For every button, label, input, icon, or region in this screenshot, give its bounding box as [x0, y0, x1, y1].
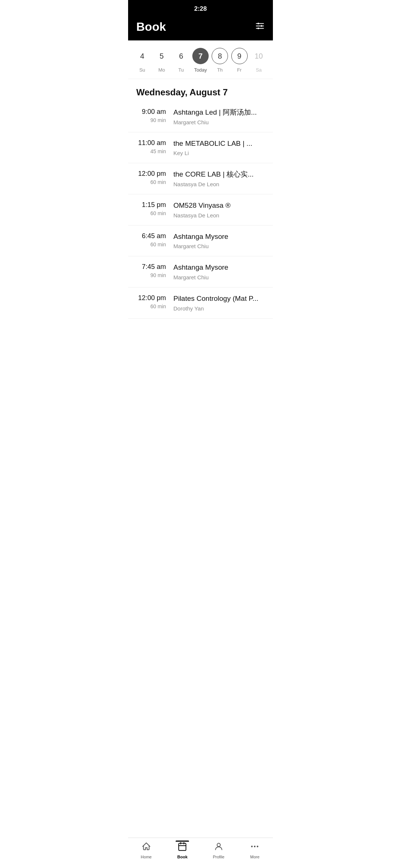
- class-duration: 90 min: [136, 117, 166, 123]
- header: Book: [128, 16, 273, 40]
- class-name: the CORE LAB | 核心实...: [173, 170, 265, 179]
- class-duration: 60 min: [136, 210, 166, 216]
- class-instructor: Nastasya De Leon: [173, 181, 265, 187]
- svg-point-4: [261, 25, 262, 26]
- page-title: Book: [136, 20, 166, 34]
- day-label-fr: Fr: [237, 67, 241, 73]
- calendar-day-fri[interactable]: 9 Fr: [231, 48, 248, 73]
- calendar-day-today[interactable]: 7 Today: [192, 48, 209, 73]
- class-name: Ashtanga Led | 阿斯汤加...: [173, 108, 265, 117]
- class-time-main: 1:15 pm: [136, 201, 166, 209]
- class-instructor: Key Li: [173, 150, 265, 156]
- day-number-7: 7: [192, 48, 209, 64]
- class-info: the METABOLIC LAB | ... Key Li: [173, 139, 265, 157]
- day-number-8: 8: [212, 48, 228, 64]
- svg-point-3: [258, 23, 259, 24]
- class-name: Ashtanga Mysore: [173, 263, 265, 272]
- class-name: Ashtanga Mysore: [173, 232, 265, 241]
- class-instructor: Margaret Chiu: [173, 243, 265, 249]
- class-name: OM528 Vinyasa ®: [173, 201, 265, 210]
- class-instructor: Margaret Chiu: [173, 274, 265, 280]
- class-item[interactable]: 11:00 am 45 min the METABOLIC LAB | ... …: [128, 132, 273, 164]
- class-name: Pilates Contrology (Mat P...: [173, 294, 265, 303]
- class-time: 7:45 am 90 min: [136, 263, 173, 278]
- day-label-mo: Mo: [158, 67, 165, 73]
- class-time: 9:00 am 90 min: [136, 108, 173, 123]
- calendar-strip: 4 Su 5 Mo 6 Tu 7 Today 8 Th 9 Fr 10 Sa: [128, 40, 273, 79]
- day-number-6: 6: [173, 48, 189, 64]
- class-info: Pilates Contrology (Mat P... Dorothy Yan: [173, 294, 265, 312]
- day-label-today: Today: [194, 67, 207, 73]
- class-duration: 60 min: [136, 241, 166, 247]
- svg-point-5: [258, 27, 259, 29]
- class-duration: 60 min: [136, 179, 166, 185]
- class-instructor: Dorothy Yan: [173, 305, 265, 312]
- class-instructor: Margaret Chiu: [173, 119, 265, 125]
- class-info: Ashtanga Mysore Margaret Chiu: [173, 263, 265, 280]
- class-info: Ashtanga Led | 阿斯汤加... Margaret Chiu: [173, 108, 265, 125]
- calendar-day-thu[interactable]: 8 Th: [212, 48, 228, 73]
- class-time-main: 9:00 am: [136, 108, 166, 116]
- day-number-4: 4: [134, 48, 150, 64]
- class-info: OM528 Vinyasa ® Nastasya De Leon: [173, 201, 265, 218]
- class-instructor: Nastasya De Leon: [173, 212, 265, 218]
- class-time-main: 12:00 pm: [136, 170, 166, 178]
- class-time-main: 6:45 am: [136, 232, 166, 240]
- day-label-th: Th: [217, 67, 223, 73]
- class-name: the METABOLIC LAB | ...: [173, 139, 265, 148]
- day-label-tu: Tu: [178, 67, 184, 73]
- class-duration: 45 min: [136, 148, 166, 154]
- class-item[interactable]: 9:00 am 90 min Ashtanga Led | 阿斯汤加... Ma…: [128, 101, 273, 132]
- class-time: 1:15 pm 60 min: [136, 201, 173, 216]
- class-time: 12:00 pm 60 min: [136, 170, 173, 185]
- filter-icon[interactable]: [255, 21, 265, 33]
- class-time: 6:45 am 60 min: [136, 232, 173, 247]
- date-heading: Wednesday, August 7: [128, 79, 273, 101]
- calendar-day-sun[interactable]: 4 Su: [134, 48, 150, 73]
- class-item[interactable]: 12:00 pm 60 min the CORE LAB | 核心实... Na…: [128, 163, 273, 194]
- class-info: the CORE LAB | 核心实... Nastasya De Leon: [173, 170, 265, 187]
- classes-list: 9:00 am 90 min Ashtanga Led | 阿斯汤加... Ma…: [128, 101, 273, 352]
- class-time: 11:00 am 45 min: [136, 139, 173, 154]
- class-time-main: 11:00 am: [136, 139, 166, 147]
- day-number-9: 9: [231, 48, 248, 64]
- calendar-day-mon[interactable]: 5 Mo: [153, 48, 170, 73]
- class-info: Ashtanga Mysore Margaret Chiu: [173, 232, 265, 250]
- class-item[interactable]: 1:15 pm 60 min OM528 Vinyasa ® Nastasya …: [128, 194, 273, 226]
- class-item[interactable]: 6:45 am 60 min Ashtanga Mysore Margaret …: [128, 226, 273, 257]
- status-bar: 2:28: [128, 0, 273, 16]
- class-duration: 90 min: [136, 272, 166, 278]
- day-label-sa: Sa: [256, 67, 262, 73]
- day-number-5: 5: [153, 48, 170, 64]
- calendar-day-tue[interactable]: 6 Tu: [173, 48, 189, 73]
- class-time-main: 12:00 pm: [136, 294, 166, 302]
- class-time: 12:00 pm 60 min: [136, 294, 173, 309]
- status-time: 2:28: [194, 5, 207, 13]
- class-item[interactable]: 7:45 am 90 min Ashtanga Mysore Margaret …: [128, 256, 273, 287]
- class-time-main: 7:45 am: [136, 263, 166, 271]
- class-duration: 60 min: [136, 303, 166, 309]
- class-item[interactable]: 12:00 pm 60 min Pilates Contrology (Mat …: [128, 287, 273, 319]
- day-number-10: 10: [251, 48, 267, 64]
- day-label-su: Su: [139, 67, 145, 73]
- calendar-day-sat[interactable]: 10 Sa: [251, 48, 267, 73]
